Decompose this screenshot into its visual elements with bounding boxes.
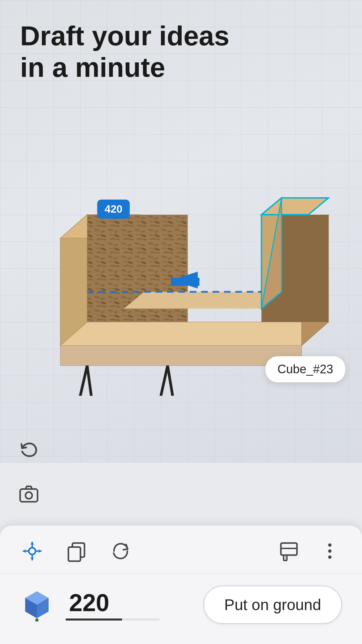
svg-marker-10 (124, 292, 282, 309)
cube-icon (20, 588, 54, 622)
put-on-ground-button[interactable]: Put on ground (203, 586, 342, 624)
move-tool-button[interactable] (20, 539, 44, 563)
toolbar-row (0, 526, 362, 574)
furniture-3d (27, 94, 345, 396)
object-label: Cube_#23 (265, 356, 345, 382)
svg-rect-20 (171, 278, 199, 286)
cube-icon-container (20, 588, 54, 622)
svg-line-16 (161, 366, 168, 396)
bottom-panel: 220 Put on ground (0, 526, 362, 644)
paint-tool-button[interactable] (277, 539, 301, 563)
height-value-container: 220 (66, 589, 160, 621)
page-title: Draft your ideas in a minute (20, 20, 229, 84)
svg-rect-42 (68, 547, 80, 561)
reset-tool-button[interactable] (109, 539, 133, 563)
measurement-badge: 420 (97, 200, 130, 219)
svg-marker-12 (261, 198, 328, 215)
height-value: 220 (69, 589, 109, 616)
svg-marker-1 (60, 345, 302, 366)
height-bar (66, 619, 160, 621)
toolbar-left (20, 539, 277, 563)
svg-line-15 (87, 366, 92, 396)
svg-rect-28 (20, 489, 38, 502)
info-row: 220 Put on ground (0, 574, 362, 644)
svg-point-49 (328, 555, 331, 559)
svg-line-14 (79, 366, 87, 396)
svg-point-47 (328, 543, 331, 547)
measurement-value: 420 (105, 203, 122, 215)
toolbar-right (277, 539, 342, 563)
undo-button[interactable] (17, 437, 41, 462)
camera-button[interactable] (17, 482, 41, 506)
header: Draft your ideas in a minute (20, 20, 229, 84)
svg-point-36 (29, 548, 36, 554)
svg-line-17 (168, 366, 173, 396)
svg-marker-2 (60, 322, 328, 345)
svg-point-48 (328, 549, 331, 553)
more-options-button[interactable] (318, 539, 342, 563)
svg-point-29 (25, 492, 32, 499)
copy-tool-button[interactable] (64, 539, 88, 563)
